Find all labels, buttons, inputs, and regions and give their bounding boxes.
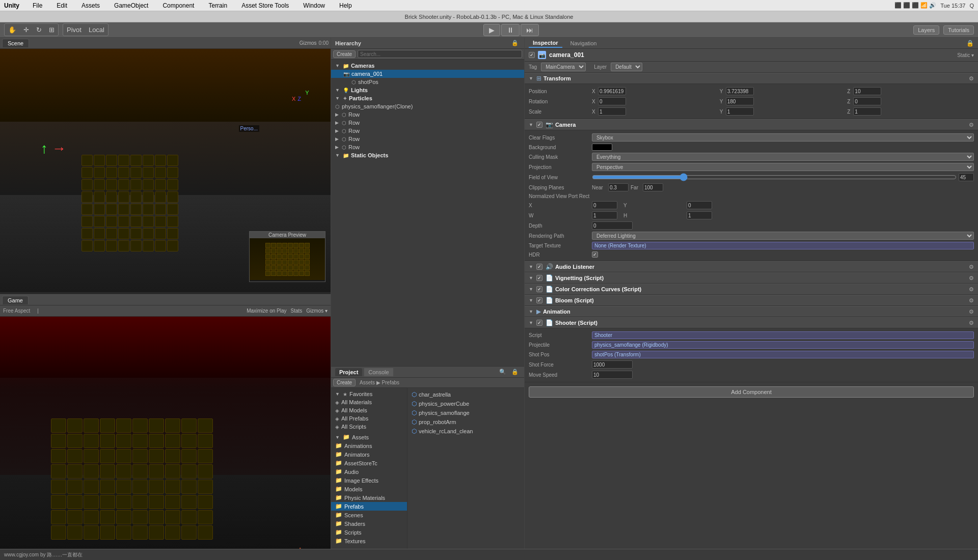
imageeffects-folder[interactable]: 📁 Image Effects — [331, 476, 407, 485]
fov-value-input[interactable] — [959, 173, 974, 181]
inspector-lock-icon[interactable]: 🔒 — [966, 40, 974, 47]
scripts-folder[interactable]: 📁 Scripts — [331, 528, 407, 537]
project-tab[interactable]: Project — [335, 368, 362, 376]
menu-window[interactable]: Window — [300, 2, 328, 9]
menu-assetstoretools[interactable]: Asset Store Tools — [238, 2, 292, 9]
hierarchy-lights-group[interactable]: ▼ 💡 Lights — [331, 86, 524, 94]
add-component-btn[interactable]: Add Component — [529, 386, 974, 398]
audio-listener-header[interactable]: ▼ 🔊 Audio Listener ⚙ — [525, 261, 978, 272]
pivot-toggle-btn[interactable]: Pivot — [64, 24, 85, 35]
target-texture-ref[interactable]: None (Render Texture) — [592, 242, 974, 249]
shooter-checkbox[interactable] — [536, 320, 542, 326]
nvp-y-input[interactable] — [687, 201, 712, 209]
color-correction-checkbox[interactable] — [536, 286, 542, 292]
hierarchy-particles-group[interactable]: ▼ ✦ Particles — [331, 94, 524, 102]
hand-tool-btn[interactable]: ✋ — [5, 24, 19, 35]
shooter-header[interactable]: ▼ 📄 Shooter (Script) ⚙ — [525, 317, 978, 328]
asset-physics-powercube[interactable]: ⬡ physics_powerCube — [410, 399, 522, 408]
console-tab[interactable]: Console — [364, 368, 393, 376]
hierarchy-cameras-group[interactable]: ▼ 📁 Cameras — [331, 62, 524, 70]
hierarchy-row-4[interactable]: ▶ ⬡ Row — [331, 135, 524, 143]
assetstore-folder[interactable]: 📁 AssetStoreTc — [331, 459, 407, 467]
fov-slider[interactable] — [592, 174, 957, 180]
step-btn[interactable]: ⏭ — [521, 24, 539, 36]
hierarchy-row-5[interactable]: ▶ ⬡ Row — [331, 143, 524, 151]
menu-edit[interactable]: Edit — [53, 2, 70, 9]
all-scripts-item[interactable]: ◈ All Scripts — [331, 423, 407, 431]
nvp-h-input[interactable] — [687, 211, 712, 219]
asset-char-astrella[interactable]: ⬡ char_astrella — [410, 390, 522, 399]
move-tool-btn[interactable]: ✛ — [20, 24, 32, 35]
navigation-tab[interactable]: Navigation — [566, 39, 601, 47]
play-btn[interactable]: ▶ — [483, 24, 500, 36]
hierarchy-row-1[interactable]: ▶ ⬡ Row — [331, 110, 524, 119]
hierarchy-row-3[interactable]: ▶ ⬡ Row — [331, 127, 524, 135]
physicmaterials-folder[interactable]: 📁 Physic Materials — [331, 493, 407, 502]
asset-vehicle-rcland[interactable]: ⬡ vehicle_rcLand_clean — [410, 427, 522, 436]
rotation-z-input[interactable] — [853, 97, 881, 105]
bloom-header[interactable]: ▼ 📄 Bloom (Script) ⚙ — [525, 295, 978, 306]
asset-prop-robotarm[interactable]: ⬡ prop_robotArm — [410, 417, 522, 427]
all-models-item[interactable]: ◈ All Models — [331, 406, 407, 414]
audio-listener-checkbox[interactable] — [536, 264, 542, 270]
animations-folder[interactable]: 📁 Animations — [331, 441, 407, 450]
textures-folder[interactable]: 📁 Textures — [331, 537, 407, 545]
menu-assets[interactable]: Assets — [78, 2, 103, 9]
favorites-group[interactable]: ▼ ★ Favorites — [331, 390, 407, 398]
object-active-checkbox[interactable] — [529, 52, 535, 58]
projection-select[interactable]: Perspective — [592, 163, 974, 171]
models-folder[interactable]: 📁 Models — [331, 485, 407, 493]
layer-select[interactable]: Default — [611, 63, 642, 71]
menu-help[interactable]: Help — [336, 2, 355, 9]
projectile-ref[interactable]: physics_samoflange (Rigidbody) — [592, 341, 974, 349]
scale-x-input[interactable] — [598, 107, 626, 116]
game-tab[interactable]: Game — [2, 296, 29, 304]
hierarchy-lock-btn[interactable]: 🔒 — [510, 39, 520, 47]
scale-y-input[interactable] — [726, 107, 754, 116]
menu-terrain[interactable]: Terrain — [205, 2, 230, 9]
project-search-btn[interactable]: 🔍 — [498, 368, 508, 376]
nvp-w-input[interactable] — [592, 211, 617, 219]
hierarchy-row-2[interactable]: ▶ ⬡ Row — [331, 119, 524, 127]
transform-component-header[interactable]: ▼ ⊞ Transform ⚙ — [525, 73, 978, 84]
far-value-input[interactable] — [643, 183, 663, 191]
tutorials-btn[interactable]: Tutorials — [943, 25, 974, 35]
hierarchy-camera-001[interactable]: 📷 camera_001 — [331, 70, 524, 78]
project-create-btn[interactable]: Create — [333, 379, 356, 386]
inspector-tab[interactable]: Inspector — [529, 39, 562, 48]
shaders-folder[interactable]: 📁 Shaders — [331, 519, 407, 528]
hierarchy-search-input[interactable] — [358, 50, 522, 58]
color-correction-header[interactable]: ▼ 📄 Color Correction Curves (Script) ⚙ — [525, 284, 978, 295]
rendering-path-select[interactable]: Deferred Lighting — [592, 232, 974, 240]
rotate-tool-btn[interactable]: ↻ — [33, 24, 45, 35]
animators-folder[interactable]: 📁 Animators — [331, 450, 407, 459]
vignetting-header[interactable]: ▼ 📄 Vignetting (Script) ⚙ — [525, 272, 978, 284]
stats-btn[interactable]: Stats — [291, 308, 303, 314]
scale-tool-btn[interactable]: ⊞ — [46, 24, 58, 35]
hdr-checkbox[interactable] — [592, 251, 598, 258]
script-ref[interactable]: Shooter — [592, 331, 974, 339]
camera-enabled-checkbox[interactable] — [536, 122, 542, 128]
hierarchy-static-objects-group[interactable]: ▼ 📁 Static Objects — [331, 151, 524, 159]
nvp-x-input[interactable] — [592, 201, 617, 209]
bloom-checkbox[interactable] — [536, 297, 542, 303]
hierarchy-physics-samoflanger[interactable]: ⬡ physics_samoflanger(Clone) — [331, 102, 524, 110]
background-color-swatch[interactable] — [592, 144, 612, 151]
game-gizmos-btn[interactable]: Gizmos ▾ — [306, 308, 328, 314]
menu-component[interactable]: Component — [159, 2, 197, 9]
rotation-y-input[interactable] — [726, 97, 754, 105]
hierarchy-shotpos[interactable]: ⬡ shotPos — [331, 78, 524, 86]
audio-folder[interactable]: 📁 Audio — [331, 467, 407, 476]
project-lock-btn[interactable]: 🔒 — [510, 368, 520, 376]
position-z-input[interactable] — [853, 87, 881, 95]
all-prefabs-item[interactable]: ◈ All Prefabs — [331, 414, 407, 423]
pause-btn[interactable]: ⏸ — [501, 24, 520, 36]
clear-flags-select[interactable]: Skybox — [592, 133, 974, 142]
vignetting-checkbox[interactable] — [536, 275, 542, 281]
prefabs-folder[interactable]: 📁 Prefabs — [331, 502, 407, 511]
layers-btn[interactable]: Layers — [913, 25, 939, 35]
rotation-x-input[interactable] — [598, 97, 626, 105]
shot-pos-ref[interactable]: shotPos (Transform) — [592, 351, 974, 358]
local-toggle-btn[interactable]: Local — [86, 24, 107, 35]
scene-tab[interactable]: Scene — [2, 39, 29, 47]
